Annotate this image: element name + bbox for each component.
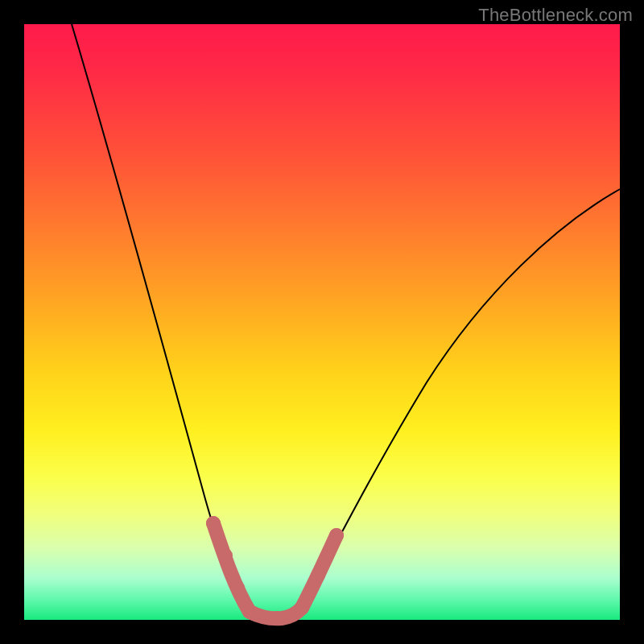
- accent-dot: [246, 606, 261, 621]
- curve-left-branch: [72, 24, 250, 612]
- accent-dot: [206, 516, 221, 530]
- accent-dot: [295, 601, 309, 615]
- accent-dot: [270, 611, 285, 625]
- accent-dot: [329, 528, 344, 543]
- accent-dot: [230, 580, 245, 595]
- accent-dot: [311, 568, 325, 583]
- outer-frame: TheBottleneck.com: [0, 0, 644, 644]
- watermark-text: TheBottleneck.com: [478, 5, 633, 26]
- curve-layer: [24, 24, 620, 620]
- accent-left: [213, 523, 250, 612]
- curve-right-branch: [302, 189, 620, 608]
- accent-dot: [218, 548, 233, 563]
